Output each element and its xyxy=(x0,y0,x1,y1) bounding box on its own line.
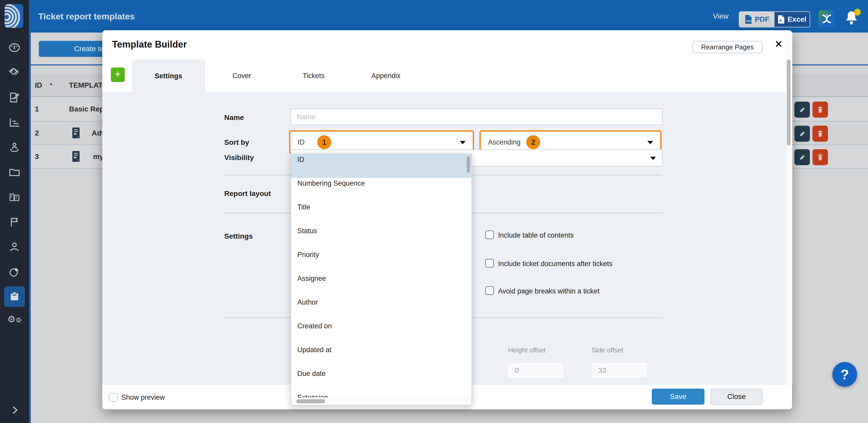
tab-tickets-label: Tickets xyxy=(303,72,325,80)
chevron-down-icon xyxy=(647,141,653,144)
chevron-right-icon xyxy=(10,405,20,415)
dropdown-vertical-scrollbar[interactable] xyxy=(467,156,470,173)
edit-row-button[interactable] xyxy=(795,126,810,142)
rearrange-pages-button[interactable]: Rearrange Pages xyxy=(692,41,763,53)
sidebar-item-person-location[interactable] xyxy=(7,140,22,154)
delete-row-button[interactable] xyxy=(812,102,828,118)
edit-row-button[interactable] xyxy=(795,102,810,118)
sidebar-expand-button[interactable] xyxy=(10,405,20,416)
excel-toggle-button[interactable]: x Excel xyxy=(774,12,810,27)
row-id: 1 xyxy=(35,97,39,121)
format-toggle-group: PDF PDF x Excel xyxy=(739,11,810,27)
pdf-file-icon: PDF xyxy=(745,15,752,24)
tab-tickets[interactable]: Tickets xyxy=(285,60,342,92)
edit-row-button[interactable] xyxy=(795,149,810,165)
sort-field-dropdown: ID Numbering Sequence Title Status Prior… xyxy=(291,153,472,405)
height-offset-input[interactable] xyxy=(507,362,564,379)
sidebar-item-settings[interactable]: ⚙⚙ xyxy=(7,312,22,327)
create-template-label: Create te xyxy=(74,41,104,57)
sidebar-item-pie-chart[interactable] xyxy=(7,265,22,279)
include-toc-label: Include table of contents xyxy=(498,231,574,239)
trash-icon xyxy=(816,153,824,162)
dropdown-option[interactable]: Due date xyxy=(291,368,471,392)
sidebar-item-bar-chart[interactable] xyxy=(7,115,22,130)
page-title: Ticket report templates xyxy=(38,0,135,33)
modal-scrollbar[interactable] xyxy=(787,59,790,146)
include-ticket-documents-checkbox[interactable] xyxy=(485,259,494,267)
sort-direction-value: Ascending xyxy=(488,133,521,152)
tab-settings[interactable]: Settings xyxy=(132,60,205,92)
excel-label: Excel xyxy=(787,15,806,24)
chevron-down-icon xyxy=(460,141,466,144)
dropdown-option[interactable]: Assignee xyxy=(291,273,471,297)
avoid-page-breaks-checkbox[interactable] xyxy=(485,286,494,295)
company-logo[interactable] xyxy=(5,4,23,28)
visibility-label: Visibility xyxy=(224,153,254,162)
sidebar xyxy=(0,0,31,423)
dropdown-horizontal-scrollbar-track xyxy=(291,397,471,405)
pencil-icon xyxy=(798,153,807,162)
sidebar-item-user[interactable] xyxy=(7,240,22,254)
svg-text:x: x xyxy=(779,18,782,23)
dropdown-option-selected[interactable]: ID xyxy=(291,154,471,178)
template-doc-icon xyxy=(72,151,81,163)
user-icon xyxy=(8,241,21,253)
tab-settings-label: Settings xyxy=(155,72,182,80)
dropdown-option[interactable]: Numbering Sequence xyxy=(291,178,471,202)
side-offset-label: Side offset xyxy=(592,346,623,354)
include-toc-checkbox[interactable] xyxy=(485,230,494,239)
trash-icon xyxy=(816,105,824,114)
sidebar-item-edit-document[interactable] xyxy=(7,90,22,105)
sidebar-item-templates-active[interactable] xyxy=(4,286,25,307)
sidebar-item-folder[interactable] xyxy=(7,165,22,180)
close-button[interactable]: Close xyxy=(710,389,763,405)
dropdown-horizontal-scrollbar[interactable] xyxy=(296,399,325,403)
sidebar-item-tags[interactable] xyxy=(7,65,22,80)
sort-field-value: ID xyxy=(298,133,305,152)
sort-by-label: Sort by xyxy=(224,138,249,147)
dropdown-option[interactable]: Author xyxy=(291,297,471,320)
tab-appendix[interactable]: Appendix xyxy=(358,60,414,92)
tags-icon xyxy=(8,66,21,79)
sort-field-select-inner: ID 1 xyxy=(291,132,472,152)
dropdown-option[interactable]: Priority xyxy=(291,249,471,273)
chevron-down-icon xyxy=(650,157,656,160)
folder-icon xyxy=(8,166,21,179)
delete-row-button[interactable] xyxy=(812,126,828,142)
pencil-icon xyxy=(798,105,807,114)
step-badge-1: 1 xyxy=(317,135,331,149)
sidebar-item-dashboard[interactable] xyxy=(7,40,22,55)
add-page-tab-button[interactable]: + xyxy=(111,67,125,82)
delete-row-button[interactable] xyxy=(812,149,828,165)
row-template-name: my xyxy=(93,145,103,168)
settings-section-label: Settings xyxy=(224,232,253,241)
pdf-toggle-button[interactable]: PDF PDF xyxy=(739,12,774,27)
dropdown-option[interactable]: Status xyxy=(291,225,471,249)
avoid-page-breaks-label: Avoid page breaks within a ticket xyxy=(498,287,599,295)
sort-asc-icon: ▲ xyxy=(49,81,53,86)
save-button[interactable]: Save xyxy=(652,389,705,405)
dropdown-option[interactable]: Title xyxy=(291,202,471,225)
report-layout-label: Report layout xyxy=(224,190,271,198)
sidebar-item-flag[interactable] xyxy=(7,215,22,229)
column-header-id[interactable]: ID xyxy=(35,74,42,97)
sidebar-item-buildings[interactable] xyxy=(7,190,22,204)
help-button[interactable]: ? xyxy=(832,362,857,387)
edit-document-icon xyxy=(8,91,21,104)
dropdown-option[interactable]: Created on xyxy=(291,320,471,344)
app-switcher-button[interactable] xyxy=(818,10,835,27)
side-offset-input[interactable] xyxy=(591,362,648,379)
trash-icon xyxy=(816,129,824,138)
tab-appendix-label: Appendix xyxy=(371,72,401,80)
show-preview-checkbox[interactable] xyxy=(109,393,118,402)
dropdown-list: ID Numbering Sequence Title Status Prior… xyxy=(291,154,471,398)
name-input[interactable] xyxy=(291,109,663,125)
clipboard-icon xyxy=(8,291,21,303)
modal-close-icon[interactable]: ✕ xyxy=(773,38,784,50)
dropdown-option[interactable]: Updated at xyxy=(291,344,471,368)
tab-cover[interactable]: Cover xyxy=(213,60,270,92)
dropdown-option[interactable]: Extension xyxy=(291,392,471,398)
person-location-icon xyxy=(8,141,21,153)
column-header-template[interactable]: TEMPLATE xyxy=(69,74,107,97)
step-badge-2: 2 xyxy=(526,135,540,149)
